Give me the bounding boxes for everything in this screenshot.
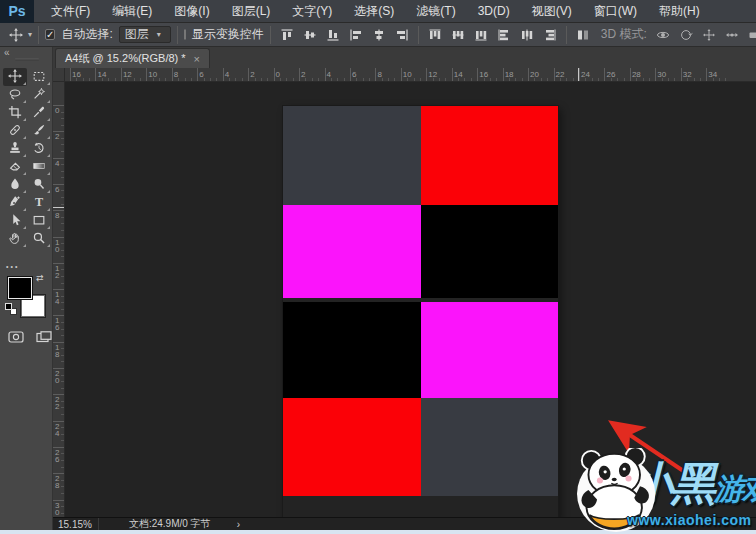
tool-gradient[interactable]	[27, 158, 51, 176]
tool-marquee[interactable]	[27, 68, 51, 86]
ruler-tick	[604, 68, 605, 82]
horizontal-ruler[interactable]: 1614121086420246810121416182022242628303…	[65, 68, 756, 82]
auto-select-target-value: 图层	[125, 26, 149, 43]
watermark-url: www.xiaohei.com	[627, 512, 751, 528]
3d-roll-icon[interactable]	[676, 26, 696, 44]
auto-select-target-dropdown[interactable]: 图层 ▾	[119, 26, 171, 43]
distribute-bottom-edges-icon[interactable]	[471, 26, 491, 44]
tool-flyout-corner	[23, 190, 26, 193]
document-tab[interactable]: A4纸 @ 15.2%(RGB/8) * ×	[55, 48, 210, 68]
auto-select-checkbox[interactable]: ✓	[45, 29, 55, 40]
ruler-label: 16	[55, 317, 59, 331]
tool-flyout-corner	[47, 244, 50, 247]
tool-dodge[interactable]	[27, 176, 51, 194]
quick-mask-button[interactable]	[6, 328, 25, 346]
menu-item-6[interactable]: 滤镜(T)	[405, 0, 466, 23]
tab-close-icon[interactable]: ×	[194, 53, 200, 65]
tool-history-brush[interactable]	[27, 140, 51, 158]
tool-shape[interactable]	[27, 212, 51, 230]
align-horizontal-centers-icon[interactable]	[369, 26, 389, 44]
tool-flyout-corner	[23, 226, 26, 229]
show-transform-label: 显示变换控件	[192, 26, 264, 43]
menu-item-4[interactable]: 文字(Y)	[281, 0, 343, 23]
tool-move[interactable]	[3, 68, 27, 86]
distribute-left-edges-icon[interactable]	[494, 26, 514, 44]
ruler-tick	[706, 68, 707, 82]
svg-text:T: T	[34, 195, 42, 209]
align-left-edges-icon[interactable]	[346, 26, 366, 44]
ruler-tick	[630, 68, 631, 82]
distribute-vertical-centers-icon[interactable]	[448, 26, 468, 44]
show-transform-checkbox[interactable]	[184, 29, 186, 40]
3d-drag-icon[interactable]	[699, 26, 719, 44]
align-right-edges-icon[interactable]	[392, 26, 412, 44]
3d-slide-icon[interactable]	[722, 26, 742, 44]
ruler-tick	[70, 68, 71, 82]
tool-path-select[interactable]	[3, 212, 27, 230]
ruler-label: 10	[55, 239, 59, 253]
3d-rotate-icon[interactable]	[653, 26, 673, 44]
auto-align-layers-icon[interactable]	[573, 26, 593, 44]
ruler-label: 30	[55, 502, 59, 516]
distribute-buttons	[425, 26, 560, 44]
tool-eraser[interactable]	[3, 158, 27, 176]
tool-brush[interactable]	[27, 122, 51, 140]
tool-crop[interactable]	[3, 104, 27, 122]
photoshop-window: Ps 文件(F)编辑(E)图像(I)图层(L)文字(Y)选择(S)滤镜(T)3D…	[0, 0, 756, 534]
tool-preset-picker[interactable]: ▾	[6, 26, 32, 44]
tool-quick-select[interactable]	[27, 86, 51, 104]
distribute-right-edges-icon[interactable]	[540, 26, 560, 44]
chevron-down-icon: ▾	[28, 30, 32, 39]
swap-colors-icon[interactable]: ⇄	[36, 273, 44, 283]
tool-eyedropper[interactable]	[27, 104, 51, 122]
tool-flyout-corner	[23, 82, 26, 85]
menu-item-9[interactable]: 窗口(W)	[583, 0, 648, 23]
tools-grid: T	[2, 68, 51, 248]
menu-item-1[interactable]: 编辑(E)	[101, 0, 163, 23]
tool-flyout-corner	[23, 136, 26, 139]
tool-clone-stamp[interactable]	[3, 140, 27, 158]
panel-grip[interactable]	[15, 58, 39, 61]
tool-flyout-corner	[23, 244, 26, 247]
tool-healing-brush[interactable]	[3, 122, 27, 140]
status-options-chevron-icon[interactable]: ›	[237, 519, 240, 530]
canvas-cell-magenta	[421, 302, 559, 398]
ruler-label: 24	[55, 423, 59, 437]
distribute-horizontal-centers-icon[interactable]	[517, 26, 537, 44]
tool-type[interactable]: T	[27, 194, 51, 212]
tool-pen[interactable]	[3, 194, 27, 212]
menu-item-7[interactable]: 3D(D)	[467, 0, 521, 23]
threed-mode-buttons	[653, 26, 756, 44]
align-vertical-centers-icon[interactable]	[300, 26, 320, 44]
history-brush-tool-icon	[32, 141, 46, 158]
align-top-edges-icon[interactable]	[277, 26, 297, 44]
edit-toolbar-ellipsis-icon[interactable]: •••	[6, 263, 19, 270]
tool-lasso[interactable]	[3, 86, 27, 104]
align-bottom-edges-icon[interactable]	[323, 26, 343, 44]
menu-item-2[interactable]: 图像(I)	[163, 0, 220, 23]
tool-flyout-corner	[47, 118, 50, 121]
menu-item-10[interactable]: 帮助(H)	[648, 0, 711, 23]
screen-mode-button[interactable]	[34, 328, 53, 346]
3d-scale-icon[interactable]	[745, 26, 756, 44]
menu-item-0[interactable]: 文件(F)	[40, 0, 101, 23]
document-canvas[interactable]	[283, 106, 558, 517]
menu-item-3[interactable]: 图层(L)	[221, 0, 282, 23]
vertical-ruler[interactable]: 024681012141618202224262830	[53, 82, 65, 517]
menu-item-8[interactable]: 视图(V)	[521, 0, 583, 23]
quick-select-tool-icon	[32, 87, 46, 104]
foreground-color-swatch[interactable]	[8, 277, 32, 299]
ruler-tick	[655, 68, 656, 82]
default-colors-icon[interactable]	[5, 303, 17, 315]
tool-blur[interactable]	[3, 176, 27, 194]
panel-collapse-button[interactable]: «	[4, 47, 9, 58]
menu-item-5[interactable]: 选择(S)	[343, 0, 405, 23]
watermark-title-sub: 游戏	[714, 472, 756, 505]
zoom-level-field[interactable]: 15.15%	[53, 518, 99, 531]
crop-tool-icon	[8, 105, 22, 122]
distribute-top-edges-icon[interactable]	[425, 26, 445, 44]
ruler-label: 0	[55, 107, 59, 114]
ruler-tick	[172, 68, 173, 82]
tool-zoom[interactable]	[27, 230, 51, 248]
tool-hand[interactable]	[3, 230, 27, 248]
